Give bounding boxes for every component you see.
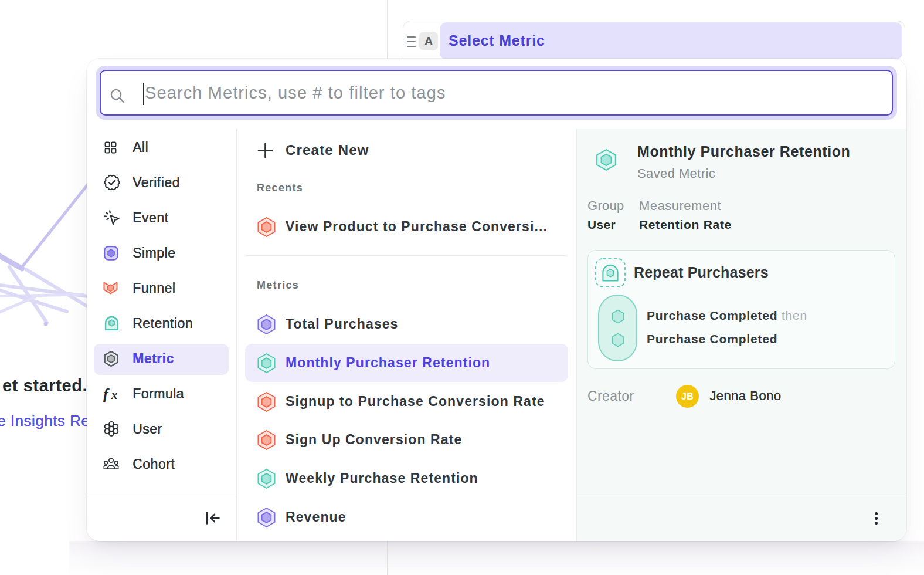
svg-text:f: f bbox=[103, 385, 110, 402]
svg-text:x: x bbox=[111, 388, 118, 402]
